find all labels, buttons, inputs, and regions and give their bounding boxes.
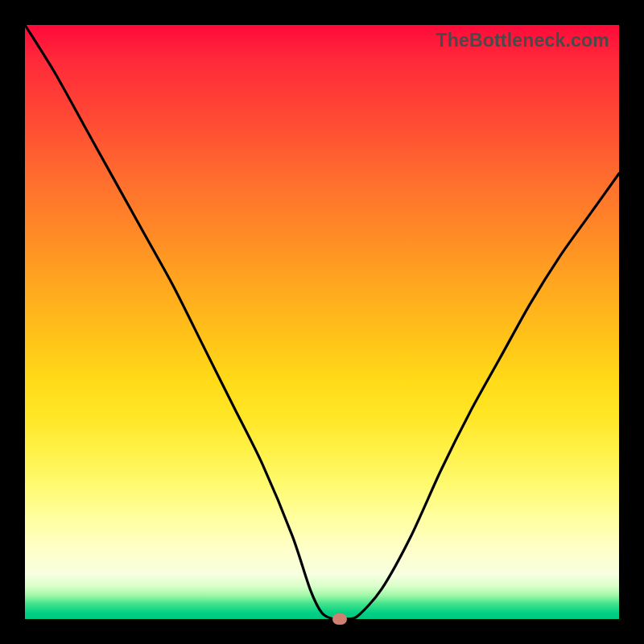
- chart-frame: TheBottleneck.com: [0, 0, 644, 644]
- curve-path: [25, 25, 619, 620]
- optimal-point-marker: [332, 613, 347, 625]
- bottleneck-curve: [25, 25, 619, 619]
- plot-area: TheBottleneck.com: [25, 25, 619, 619]
